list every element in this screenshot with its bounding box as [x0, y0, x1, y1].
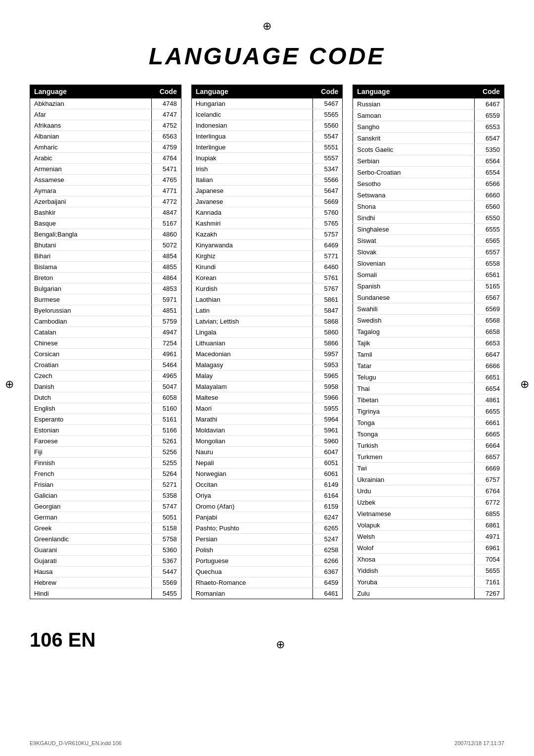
- language-cell: Greenlandic: [30, 534, 152, 545]
- language-cell: Urdu: [353, 485, 475, 497]
- code-cell: 4851: [151, 305, 181, 316]
- table-row: Mongolian5960: [191, 436, 343, 447]
- table-row: Tatar6666: [353, 360, 504, 372]
- table-row: Romanian6461: [191, 588, 343, 599]
- code-cell: 6563: [151, 131, 181, 142]
- language-cell: Spanish: [353, 281, 475, 292]
- table-row: Norwegian6061: [191, 469, 343, 479]
- language-cell: Yiddish: [353, 565, 475, 576]
- table-row: Kinyarwanda6469: [191, 240, 343, 251]
- code-cell: 5771: [313, 251, 343, 262]
- code-cell: 4771: [151, 186, 181, 196]
- language-cell: Czech: [30, 371, 152, 381]
- language-table-3: Language Code Russian6467Samoan6559Sangh…: [353, 85, 504, 599]
- table-row: Burmese5971: [30, 294, 181, 305]
- code-cell: 5051: [151, 512, 181, 523]
- table-row: Estonian5166: [30, 425, 181, 436]
- table-row: Lingala5860: [191, 327, 343, 338]
- language-cell: Basque: [30, 218, 152, 229]
- code-cell: 5966: [313, 392, 343, 403]
- table-row: Assamese4765: [30, 175, 181, 186]
- language-cell: Quechua: [191, 567, 313, 577]
- table-row: Gujarati5367: [30, 556, 181, 567]
- language-cell: Galician: [30, 490, 152, 501]
- code-cell: 6567: [475, 292, 504, 303]
- table-row: Portuguese6266: [191, 556, 343, 567]
- footer-left: E9KGAUD_D-VR610KU_EN.indd 106: [30, 740, 122, 746]
- code-cell: 4847: [151, 207, 181, 218]
- language-cell: Interlingue: [191, 142, 313, 153]
- language-cell: Moldavian: [191, 425, 313, 436]
- language-cell: Abkhazian: [30, 98, 152, 109]
- language-cell: Kashmiri: [191, 218, 313, 229]
- code-cell: 5256: [151, 447, 181, 458]
- language-cell: Persian: [191, 534, 313, 545]
- left-marker-icon: ⊕: [5, 378, 14, 391]
- code-cell: 6568: [475, 315, 504, 326]
- table-row: Pashto; Pushto6265: [191, 523, 343, 534]
- language-cell: Lingala: [191, 327, 313, 338]
- code-cell: 4752: [151, 120, 181, 131]
- code-cell: 5569: [151, 577, 181, 588]
- language-cell: Georgian: [30, 501, 152, 512]
- table-row: Somali6561: [353, 269, 504, 281]
- language-cell: Occitan: [191, 479, 313, 490]
- table-row: Icelandic5565: [191, 109, 343, 120]
- language-cell: Mongolian: [191, 436, 313, 447]
- language-cell: Tajik: [353, 337, 475, 349]
- language-cell: Guarani: [30, 545, 152, 556]
- language-cell: Swedish: [353, 315, 475, 326]
- table-row: Oromo (Afan)6159: [191, 501, 343, 512]
- language-cell: Portuguese: [191, 556, 313, 567]
- language-cell: Hindi: [30, 588, 152, 599]
- language-cell: Serbo-Croatian: [353, 167, 475, 178]
- table-row: Byelorussian4851: [30, 305, 181, 316]
- code-cell: 6861: [475, 520, 504, 531]
- code-cell: 5964: [313, 414, 343, 425]
- language-cell: Turkish: [353, 440, 475, 451]
- code-cell: 6266: [313, 556, 343, 567]
- table-row: Tonga6661: [353, 417, 504, 428]
- code-cell: 6265: [313, 523, 343, 534]
- table-row: Catalan4947: [30, 327, 181, 338]
- code-cell: 5566: [313, 175, 343, 186]
- table-row: Kazakh5757: [191, 229, 343, 240]
- table-row: Malagasy5953: [191, 360, 343, 371]
- language-cell: Javanese: [191, 196, 313, 207]
- table-row: Czech4965: [30, 371, 181, 381]
- code-cell: 6660: [475, 189, 504, 201]
- language-cell: Bislama: [30, 262, 152, 273]
- language-cell: Indonesian: [191, 120, 313, 131]
- table-row: Inupiak5557: [191, 153, 343, 164]
- table-row: Faroese5261: [30, 436, 181, 447]
- table-row: Hindi5455: [30, 588, 181, 599]
- code-cell: 6047: [313, 447, 343, 458]
- language-cell: Malay: [191, 371, 313, 381]
- table-row: Chinese7254: [30, 338, 181, 349]
- code-cell: 5166: [151, 425, 181, 436]
- table-row: Breton4864: [30, 273, 181, 284]
- code-cell: 4864: [151, 273, 181, 284]
- language-cell: Marathi: [191, 414, 313, 425]
- language-cell: Sanskrit: [353, 133, 475, 144]
- code-cell: 4764: [151, 153, 181, 164]
- code-cell: 5860: [313, 327, 343, 338]
- table-row: Maltese5966: [191, 392, 343, 403]
- code-cell: 4759: [151, 142, 181, 153]
- table-row: Macedonian5957: [191, 349, 343, 360]
- language-cell: Russian: [353, 98, 475, 110]
- table-row: Bhutani5072: [30, 240, 181, 251]
- code-cell: 6558: [475, 258, 504, 269]
- code-cell: 5655: [475, 565, 504, 576]
- code-cell: 6561: [475, 269, 504, 281]
- language-cell: Corsican: [30, 349, 152, 360]
- language-cell: Amharic: [30, 142, 152, 153]
- language-cell: Turkmen: [353, 451, 475, 463]
- language-cell: Lithuanian: [191, 338, 313, 349]
- language-cell: Hebrew: [30, 577, 152, 588]
- language-table-2: Language Code Hungarian5467Icelandic5565…: [191, 85, 343, 599]
- language-cell: Polish: [191, 545, 313, 556]
- language-cell: Sundanese: [353, 292, 475, 303]
- table-row: Persian5247: [191, 534, 343, 545]
- language-cell: Bulgarian: [30, 284, 152, 294]
